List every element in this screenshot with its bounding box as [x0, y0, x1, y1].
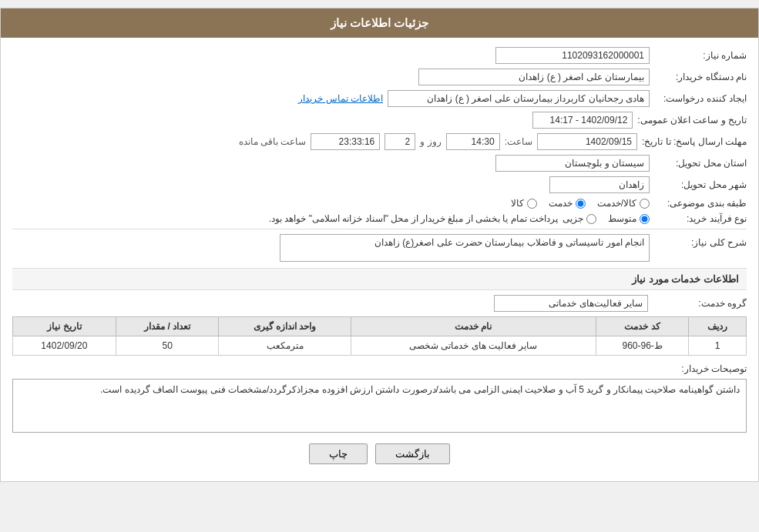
process-mottavaset-label: متوسط	[608, 213, 636, 224]
process-option-jozii[interactable]: جزیی	[563, 213, 596, 224]
need-description-label: شرح کلی نیاز:	[654, 234, 747, 248]
creator-value: هادی رجحانیان کاربرداز بیمارستان علی اصغ…	[388, 90, 650, 107]
buyer-notes-value: داشتن گواهینامه صلاحیت پیمانکار و گرید 5…	[12, 379, 747, 433]
service-group-label: گروه خدمت:	[654, 298, 747, 309]
public-announce-label: تاریخ و ساعت اعلان عمومی:	[637, 115, 747, 125]
page-header: جزئیات اطلاعات نیاز	[1, 8, 758, 38]
delivery-city-label: شهر محل تحویل:	[654, 179, 747, 190]
process-radio-group: متوسط جزیی	[563, 213, 650, 224]
delivery-province-label: استان محل تحویل:	[654, 158, 747, 169]
response-deadline-label: مهلت ارسال پاسخ: تا تاریخ:	[642, 136, 747, 147]
category-radio-group: کالا/خدمت خدمت کالا	[511, 198, 650, 209]
category-option-kala[interactable]: کالا	[511, 198, 537, 209]
category-radio-kala-khedmat[interactable]	[640, 199, 650, 209]
response-time-label: ساعت:	[505, 136, 532, 147]
col-code: کد خدمت	[596, 317, 688, 336]
need-number-value: 1102093162000001	[495, 47, 650, 64]
process-option-mottavaset[interactable]: متوسط	[608, 213, 650, 224]
delivery-city-value: زاهدان	[549, 176, 650, 193]
response-date: 1402/09/15	[537, 133, 637, 150]
buyer-org-value: بیمارستان علی اصغر ( ع) زاهدان	[418, 69, 650, 85]
need-description-value: انجام امور تاسیساتی و فاضلاب بیمارستان ح…	[280, 234, 650, 262]
divider-1	[12, 229, 747, 229]
cell-row: 1	[689, 336, 747, 356]
cell-code: ط-96-960	[596, 336, 688, 356]
creator-label: ایجاد کننده درخواست:	[654, 93, 747, 104]
page-title: جزئیات اطلاعات نیاز	[331, 16, 428, 29]
process-label: نوع فرآیند خرید:	[654, 213, 747, 224]
process-jozii-label: جزیی	[563, 213, 583, 224]
category-option-kala-khedmat[interactable]: کالا/خدمت	[597, 198, 650, 209]
cell-unit: مترمکعب	[219, 336, 351, 356]
category-kala-khedmat-label: کالا/خدمت	[597, 198, 636, 209]
response-days-label: روز و	[420, 136, 441, 147]
public-announce-value: 1402/09/12 - 14:17	[532, 112, 633, 129]
need-number-label: شماره نیاز:	[654, 50, 747, 61]
col-qty: تعداد / مقدار	[116, 317, 219, 336]
category-kala-label: کالا	[511, 198, 524, 209]
col-row: ردیف	[689, 317, 747, 336]
buyer-org-label: نام دستگاه خریدار:	[654, 72, 747, 82]
col-unit: واحد اندازه گیری	[219, 317, 351, 336]
category-radio-kala[interactable]	[527, 199, 537, 209]
process-radio-jozii[interactable]	[586, 214, 596, 224]
process-note: پرداخت تمام یا بخشی از مبلغ خریدار از مح…	[269, 213, 558, 224]
col-date: تاریخ نیاز	[13, 317, 116, 336]
delivery-province-value: سیستان و بلوچستان	[495, 155, 650, 172]
category-radio-khedmat[interactable]	[576, 199, 586, 209]
remaining-label: ساعت باقی مانده	[239, 136, 307, 147]
service-group-row: گروه خدمت: سایر فعالیت‌های خدماتی	[12, 295, 747, 312]
back-button[interactable]: بازگشت	[375, 443, 450, 464]
process-radio-mottavaset[interactable]	[640, 214, 650, 224]
remaining-time: 23:33:16	[311, 133, 380, 150]
cell-quantity: 50	[116, 336, 219, 356]
response-time: 14:30	[446, 133, 500, 150]
print-button[interactable]: چاپ	[309, 443, 368, 464]
contact-link[interactable]: اطلاعات تماس خریدار	[298, 93, 383, 104]
response-days: 2	[385, 133, 415, 150]
category-khedmat-label: خدمت	[549, 198, 573, 209]
category-label: طبقه بندی موضوعی:	[654, 198, 747, 209]
category-option-khedmat[interactable]: خدمت	[549, 198, 586, 209]
table-row: 1ط-96-960سایر فعالیت های خدماتی شخصیمترم…	[13, 336, 747, 356]
services-section-title: اطلاعات خدمات مورد نیاز	[12, 268, 747, 290]
col-name: نام خدمت	[351, 317, 596, 336]
service-group-value: سایر فعالیت‌های خدماتی	[494, 295, 648, 312]
button-row: بازگشت چاپ	[12, 443, 747, 464]
buyer-notes-label: توصیحات خریدار:	[670, 360, 747, 374]
cell-name: سایر فعالیت های خدماتی شخصی	[351, 336, 596, 356]
services-table: ردیف کد خدمت نام خدمت واحد اندازه گیری ت…	[12, 316, 747, 356]
cell-date: 1402/09/20	[13, 336, 116, 356]
